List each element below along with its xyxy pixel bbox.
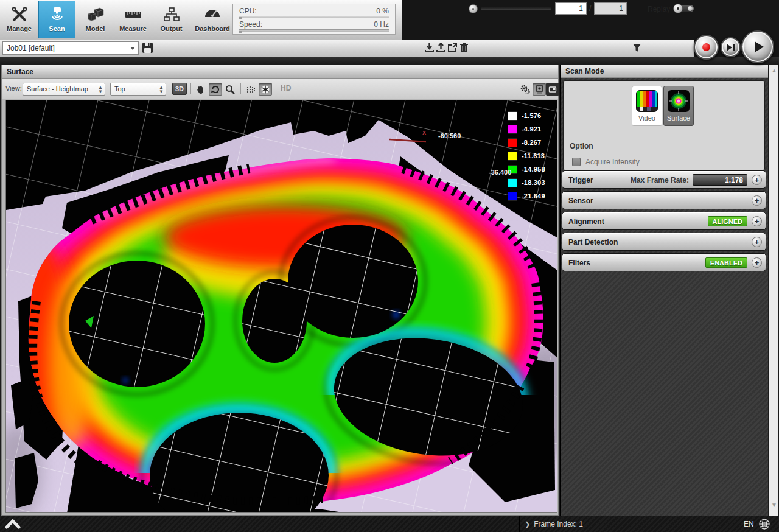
section-part-detection[interactable]: Part Detection +: [562, 233, 766, 251]
toggle-knob: [673, 4, 683, 13]
legend-row: -14.958: [508, 163, 556, 176]
play-icon: [755, 41, 764, 52]
surface-mode-icon: [666, 89, 691, 113]
record-button[interactable]: [694, 35, 719, 60]
tab-model[interactable]: Model: [77, 1, 114, 38]
replay-slider-knob[interactable]: [469, 4, 478, 13]
legend-value: -1.576: [522, 112, 541, 119]
record-dot-icon: [702, 43, 710, 51]
play-button[interactable]: [741, 30, 774, 63]
view-settings-button[interactable]: [518, 83, 531, 96]
tab-measure[interactable]: Measure: [114, 1, 152, 38]
legend-swatch: [508, 152, 517, 161]
expand-plus-icon[interactable]: +: [752, 237, 762, 247]
delete-record-button[interactable]: [459, 43, 469, 53]
legend-swatch: [508, 125, 517, 134]
cpu-label: CPU:: [239, 7, 257, 15]
sensor-view-button[interactable]: [533, 83, 546, 96]
status-divider: [519, 516, 520, 532]
speed-label: Speed:: [239, 20, 262, 29]
legend-value: -14.958: [522, 166, 545, 173]
chevron-right-icon: ❯: [525, 520, 530, 528]
legend-row: -4.921: [508, 122, 556, 136]
magnifier-icon: [225, 85, 235, 94]
view-toolbar: View: Surface - Heightmap ▲▼ Top ▲▼ 3D: [2, 79, 558, 99]
tab-output[interactable]: Output: [153, 1, 190, 38]
step-icon: [727, 44, 732, 51]
rotate-view-button[interactable]: [209, 83, 222, 96]
scroll-down-icon[interactable]: ▼: [771, 502, 777, 508]
heightmap-viewport[interactable]: -1.576 -4.921 -8.267 -11.613 -14.958: [5, 100, 557, 513]
frame-index-label: Frame Index: 1: [534, 520, 583, 528]
frame-index-status[interactable]: ❯ Frame Index: 1: [525, 520, 583, 528]
expand-plus-icon[interactable]: +: [752, 175, 762, 185]
color-wheel-icon: [260, 85, 270, 94]
legend-row: -1.576: [508, 109, 556, 122]
job-select[interactable]: Job01 [default]: [2, 41, 139, 55]
frame-separator: /: [589, 4, 591, 13]
filter-funnel-icon[interactable]: [632, 43, 642, 53]
tab-manage[interactable]: Manage: [1, 1, 38, 38]
video-mode-label: Video: [632, 114, 662, 122]
view-3d-button[interactable]: 3D: [172, 83, 187, 95]
view-mode-select[interactable]: Surface - Heightmap ▲▼: [23, 83, 105, 96]
expand-plus-icon[interactable]: +: [752, 195, 762, 206]
frame-current-input[interactable]: 1: [555, 2, 587, 15]
org-chart-icon: [162, 5, 181, 24]
option-section-label: Option: [570, 142, 593, 150]
mode-video-button[interactable]: Video: [632, 86, 662, 126]
speed-meter: Speed: 0 Hz: [239, 20, 389, 33]
legend-swatch: [508, 138, 517, 147]
toolbar-separator: [276, 83, 276, 94]
section-sensor[interactable]: Sensor +: [562, 191, 766, 209]
section-trigger[interactable]: Trigger Max Frame Rate: 1.178 +: [562, 170, 766, 189]
legend-value: -8.267: [522, 139, 541, 146]
section-filters[interactable]: Filters ENABLED +: [562, 253, 766, 271]
expand-data-viewer-button[interactable]: [5, 518, 21, 530]
language-label[interactable]: EN: [744, 520, 754, 528]
tab-scan[interactable]: Scan: [38, 1, 75, 38]
scan-sensor-icon: [48, 5, 66, 24]
projection-select[interactable]: Top ▲▼: [110, 83, 166, 96]
tab-label: Output: [153, 25, 190, 32]
tab-label: Manage: [1, 25, 38, 32]
expand-plus-icon[interactable]: +: [752, 216, 762, 226]
pan-hand-button[interactable]: [194, 83, 208, 96]
upload-record-button[interactable]: [436, 43, 446, 53]
acquire-intensity-checkbox[interactable]: [572, 158, 581, 166]
step-frame-button[interactable]: [721, 37, 741, 57]
job-name: Job01 [default]: [7, 44, 55, 52]
ruler-icon: [124, 5, 142, 24]
section-alignment[interactable]: Alignment ALIGNED +: [562, 212, 766, 230]
frame-total-field: 1: [594, 2, 627, 15]
surface-panel-title: Surface: [2, 65, 558, 79]
hd-label: HD: [281, 84, 291, 93]
export-record-button[interactable]: [447, 43, 458, 53]
performance-meters: CPU: 0 % Speed: 0 Hz: [232, 4, 396, 35]
mode-surface-button[interactable]: Surface: [663, 86, 694, 126]
tab-label: Scan: [38, 25, 75, 32]
color-heightmap-button[interactable]: [259, 83, 272, 96]
snapshot-button[interactable]: [546, 83, 559, 96]
zoom-button[interactable]: [223, 83, 237, 96]
surface-panel: Surface View: Surface - Heightmap ▲▼ Top…: [1, 65, 559, 516]
spinner-arrows-icon: ▲▼: [159, 85, 164, 94]
download-record-button[interactable]: [424, 43, 435, 53]
tab-dashboard[interactable]: Dashboard: [190, 1, 234, 38]
point-cloud-button[interactable]: [244, 83, 257, 96]
snapshot-icon: [548, 85, 557, 94]
replay-toggle[interactable]: [673, 4, 694, 13]
tab-label: Dashboard: [190, 25, 234, 32]
expand-plus-icon[interactable]: +: [752, 257, 762, 268]
globe-icon[interactable]: [758, 518, 770, 530]
scroll-up-icon[interactable]: ▲: [771, 67, 777, 73]
save-job-button[interactable]: [142, 42, 153, 54]
section-label: Part Detection: [568, 238, 618, 247]
legend-row: -21.649: [508, 189, 556, 203]
tab-label: Model: [77, 25, 114, 32]
panel-scrollbar[interactable]: ▲ ▼: [769, 65, 778, 516]
replay-slider-track[interactable]: [481, 7, 551, 10]
max-frame-rate-value: 1.178: [693, 174, 747, 186]
wrench-tools-icon: [10, 5, 29, 24]
section-label: Alignment: [568, 217, 604, 226]
